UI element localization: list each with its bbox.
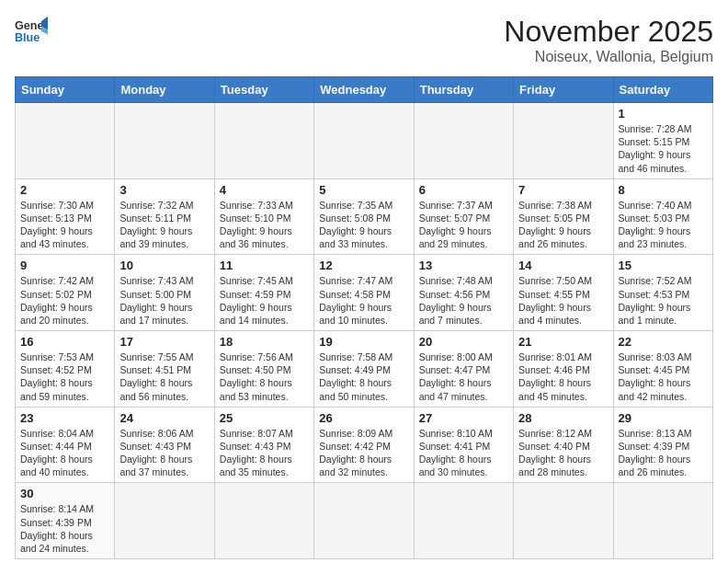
day-info: Sunrise: 7:58 AM Sunset: 4:49 PM Dayligh… (319, 350, 408, 403)
day-number: 7 (518, 183, 608, 197)
day-number: 13 (419, 259, 508, 272)
calendar-day-cell: 21Sunrise: 8:01 AM Sunset: 4:46 PM Dayli… (514, 331, 613, 408)
day-number: 14 (518, 259, 608, 272)
calendar-day-cell: 13Sunrise: 7:48 AM Sunset: 4:56 PM Dayli… (414, 255, 513, 331)
calendar-day-cell: 16Sunrise: 7:53 AM Sunset: 4:52 PM Dayli… (16, 331, 115, 408)
day-info: Sunrise: 8:03 AM Sunset: 4:45 PM Dayligh… (619, 350, 708, 403)
day-info: Sunrise: 7:55 AM Sunset: 4:51 PM Dayligh… (119, 350, 209, 403)
calendar-day-cell: 15Sunrise: 7:52 AM Sunset: 4:53 PM Dayli… (613, 255, 712, 331)
day-of-week-header: Sunday (16, 77, 115, 103)
day-of-week-header: Thursday (414, 77, 513, 103)
calendar-day-cell: 7Sunrise: 7:38 AM Sunset: 5:05 PM Daylig… (514, 178, 613, 255)
day-number: 19 (319, 335, 408, 349)
day-info: Sunrise: 8:13 AM Sunset: 4:39 PM Dayligh… (619, 427, 708, 479)
calendar-week-row: 1Sunrise: 7:28 AM Sunset: 5:15 PM Daylig… (16, 103, 713, 179)
calendar-day-cell (414, 103, 513, 179)
day-number: 30 (20, 487, 109, 500)
day-info: Sunrise: 7:40 AM Sunset: 5:03 PM Dayligh… (619, 199, 708, 251)
day-info: Sunrise: 8:06 AM Sunset: 4:43 PM Dayligh… (119, 427, 209, 479)
calendar-day-cell: 19Sunrise: 7:58 AM Sunset: 4:49 PM Dayli… (314, 331, 414, 408)
calendar-day-cell (214, 483, 313, 559)
calendar-day-cell (314, 103, 414, 179)
day-number: 12 (319, 259, 408, 272)
day-number: 25 (220, 411, 309, 425)
calendar-day-cell: 27Sunrise: 8:10 AM Sunset: 4:41 PM Dayli… (414, 407, 513, 483)
calendar-day-cell: 25Sunrise: 8:07 AM Sunset: 4:43 PM Dayli… (214, 407, 313, 483)
day-number: 18 (220, 335, 309, 349)
calendar-week-row: 2Sunrise: 7:30 AM Sunset: 5:13 PM Daylig… (16, 178, 713, 255)
calendar-day-cell (514, 483, 613, 559)
day-info: Sunrise: 7:38 AM Sunset: 5:05 PM Dayligh… (518, 199, 608, 251)
day-info: Sunrise: 7:50 AM Sunset: 4:55 PM Dayligh… (518, 274, 608, 327)
calendar-day-cell (16, 103, 115, 179)
day-of-week-header: Friday (514, 77, 613, 103)
calendar-day-cell: 8Sunrise: 7:40 AM Sunset: 5:03 PM Daylig… (613, 178, 712, 255)
day-number: 5 (319, 183, 408, 197)
day-number: 16 (20, 335, 109, 349)
calendar-day-cell: 30Sunrise: 8:14 AM Sunset: 4:39 PM Dayli… (16, 483, 115, 559)
svg-text:Blue: Blue (15, 31, 40, 44)
calendar-day-cell: 14Sunrise: 7:50 AM Sunset: 4:55 PM Dayli… (514, 255, 613, 331)
calendar-day-cell: 5Sunrise: 7:35 AM Sunset: 5:08 PM Daylig… (314, 178, 414, 255)
calendar-day-cell: 12Sunrise: 7:47 AM Sunset: 4:58 PM Dayli… (314, 255, 414, 331)
calendar-day-cell (514, 103, 613, 179)
month-title: November 2025 (504, 15, 713, 49)
day-info: Sunrise: 7:37 AM Sunset: 5:07 PM Dayligh… (419, 199, 508, 251)
calendar-week-row: 16Sunrise: 7:53 AM Sunset: 4:52 PM Dayli… (16, 331, 713, 408)
day-info: Sunrise: 7:53 AM Sunset: 4:52 PM Dayligh… (20, 350, 109, 403)
logo-icon: General Blue (15, 15, 48, 48)
calendar-day-cell: 2Sunrise: 7:30 AM Sunset: 5:13 PM Daylig… (16, 178, 115, 255)
day-number: 2 (20, 183, 109, 197)
calendar-week-row: 30Sunrise: 8:14 AM Sunset: 4:39 PM Dayli… (16, 483, 713, 559)
day-info: Sunrise: 8:01 AM Sunset: 4:46 PM Dayligh… (518, 350, 608, 403)
day-info: Sunrise: 7:48 AM Sunset: 4:56 PM Dayligh… (419, 274, 508, 327)
calendar-day-cell (115, 483, 214, 559)
day-of-week-header: Monday (115, 77, 214, 103)
day-number: 6 (419, 183, 508, 197)
calendar-week-row: 9Sunrise: 7:42 AM Sunset: 5:02 PM Daylig… (16, 255, 713, 331)
calendar-day-cell: 1Sunrise: 7:28 AM Sunset: 5:15 PM Daylig… (613, 103, 712, 179)
day-info: Sunrise: 7:43 AM Sunset: 5:00 PM Dayligh… (119, 274, 209, 327)
calendar-day-cell: 24Sunrise: 8:06 AM Sunset: 4:43 PM Dayli… (115, 407, 214, 483)
calendar-day-cell (314, 483, 414, 559)
day-info: Sunrise: 8:09 AM Sunset: 4:42 PM Dayligh… (319, 427, 408, 479)
calendar-day-cell: 17Sunrise: 7:55 AM Sunset: 4:51 PM Dayli… (115, 331, 214, 408)
day-number: 9 (20, 259, 109, 272)
calendar-day-cell (214, 103, 313, 179)
calendar-day-cell: 4Sunrise: 7:33 AM Sunset: 5:10 PM Daylig… (214, 178, 313, 255)
calendar-day-cell: 18Sunrise: 7:56 AM Sunset: 4:50 PM Dayli… (214, 331, 313, 408)
page-header: General Blue November 2025 Noiseux, Wall… (15, 15, 713, 65)
day-number: 23 (20, 411, 109, 425)
day-number: 28 (518, 411, 608, 425)
calendar-day-cell: 10Sunrise: 7:43 AM Sunset: 5:00 PM Dayli… (115, 255, 214, 331)
calendar-day-cell (115, 103, 214, 179)
calendar-day-cell (414, 483, 513, 559)
calendar-day-cell: 20Sunrise: 8:00 AM Sunset: 4:47 PM Dayli… (414, 331, 513, 408)
calendar-day-cell (613, 483, 712, 559)
day-info: Sunrise: 7:45 AM Sunset: 4:59 PM Dayligh… (220, 274, 309, 327)
calendar-day-cell: 26Sunrise: 8:09 AM Sunset: 4:42 PM Dayli… (314, 407, 414, 483)
day-info: Sunrise: 8:04 AM Sunset: 4:44 PM Dayligh… (20, 427, 109, 479)
day-of-week-header: Wednesday (314, 77, 414, 103)
day-info: Sunrise: 7:35 AM Sunset: 5:08 PM Dayligh… (319, 199, 408, 251)
calendar-day-cell: 23Sunrise: 8:04 AM Sunset: 4:44 PM Dayli… (16, 407, 115, 483)
day-of-week-header: Saturday (613, 77, 712, 103)
day-number: 3 (119, 183, 209, 197)
day-number: 22 (619, 335, 708, 349)
day-number: 26 (319, 411, 408, 425)
calendar-day-cell: 22Sunrise: 8:03 AM Sunset: 4:45 PM Dayli… (613, 331, 712, 408)
day-info: Sunrise: 8:00 AM Sunset: 4:47 PM Dayligh… (419, 350, 508, 403)
calendar-header-row: SundayMondayTuesdayWednesdayThursdayFrid… (16, 77, 713, 103)
calendar-day-cell: 11Sunrise: 7:45 AM Sunset: 4:59 PM Dayli… (214, 255, 313, 331)
day-info: Sunrise: 7:52 AM Sunset: 4:53 PM Dayligh… (619, 274, 708, 327)
calendar-day-cell: 3Sunrise: 7:32 AM Sunset: 5:11 PM Daylig… (115, 178, 214, 255)
title-area: November 2025 Noiseux, Wallonia, Belgium (504, 15, 713, 65)
calendar-day-cell: 29Sunrise: 8:13 AM Sunset: 4:39 PM Dayli… (613, 407, 712, 483)
day-info: Sunrise: 7:28 AM Sunset: 5:15 PM Dayligh… (619, 122, 708, 175)
day-number: 29 (619, 411, 708, 425)
day-number: 20 (419, 335, 508, 349)
day-number: 15 (619, 259, 708, 272)
day-number: 17 (119, 335, 209, 349)
day-number: 27 (419, 411, 508, 425)
calendar-table: SundayMondayTuesdayWednesdayThursdayFrid… (15, 76, 713, 559)
